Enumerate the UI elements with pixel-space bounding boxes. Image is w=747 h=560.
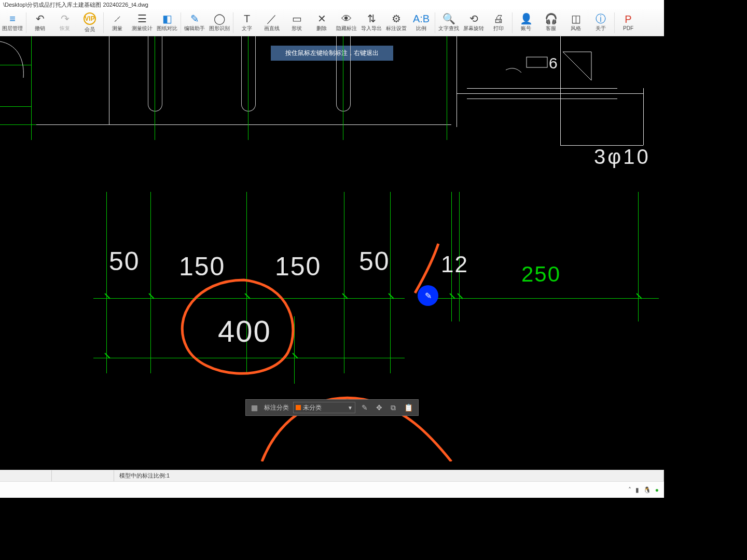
color-swatch <box>296 405 301 410</box>
tool-账号[interactable]: 👤账号 <box>514 10 538 36</box>
grid-vu4 <box>447 36 447 140</box>
grid-vu1 <box>155 36 155 140</box>
drawing-canvas[interactable]: 按住鼠标左键绘制标注，右键退出 50 150 150 50 <box>0 36 664 461</box>
file-path: \Desktop\分切成品打托入库土建基础图 20240226_t4.dwg <box>3 2 148 8</box>
detail-h3 <box>467 99 617 99</box>
detail-v3 <box>643 88 644 145</box>
tool-label: 关于 <box>596 25 606 32</box>
比例-icon: A:B <box>413 13 430 24</box>
打印-icon: 🖨 <box>493 13 504 24</box>
detail-v1 <box>457 36 457 127</box>
tool-删除[interactable]: ✕删除 <box>309 10 334 36</box>
dim-line-2 <box>431 298 659 299</box>
文字-icon: T <box>244 13 250 24</box>
tool-label: 形状 <box>292 25 302 32</box>
tool-撤销[interactable]: ↶撤销 <box>27 10 52 36</box>
tool-label: 编辑助手 <box>184 25 205 32</box>
dim-150a: 150 <box>179 251 225 282</box>
tool-label: 打印 <box>493 25 504 32</box>
grid-vu3 <box>343 36 343 140</box>
grid-v2 <box>150 192 151 373</box>
测量统计-icon: ☰ <box>137 13 147 24</box>
grid-h0c <box>0 124 36 125</box>
tool-label: 文字 <box>242 25 252 32</box>
tool-测量[interactable]: ⟋测量 <box>105 10 130 36</box>
tool-画直线[interactable]: ／画直线 <box>259 10 284 36</box>
标注设置-icon: ⚙ <box>392 13 401 24</box>
tool-文字[interactable]: T文字 <box>234 10 259 36</box>
画直线-icon: ／ <box>267 13 277 24</box>
slot-2 <box>241 36 256 111</box>
tool-label: 导入导出 <box>361 25 382 32</box>
tool-label: 会员 <box>85 26 95 33</box>
edit-icon[interactable]: ✎ <box>359 403 370 412</box>
chevron-down-icon: ▼ <box>348 405 353 411</box>
屏幕旋转-icon: ⟲ <box>469 13 478 24</box>
dim-12: 12 <box>441 251 468 277</box>
dim-line-400 <box>93 358 405 358</box>
测量-icon: ⟋ <box>112 13 122 24</box>
status-cell-1 <box>0 470 52 481</box>
tool-导入导出[interactable]: ⇅导入导出 <box>359 10 384 36</box>
tool-打印[interactable]: 🖨打印 <box>486 10 511 36</box>
freehand-annotation <box>0 36 664 461</box>
tool-图层管理[interactable]: ≡图层管理 <box>0 10 25 36</box>
tool-label: 测量 <box>112 25 122 32</box>
copy-icon[interactable]: ⧉ <box>389 403 398 412</box>
tool-风格[interactable]: ◫风格 <box>563 10 588 36</box>
dim-400: 400 <box>218 314 271 348</box>
tool-label: 客服 <box>546 25 556 32</box>
tool-测量统计[interactable]: ☰测量统计 <box>130 10 155 36</box>
tool-形状[interactable]: ▭形状 <box>284 10 309 36</box>
tray-wechat-icon[interactable]: ● <box>655 486 659 494</box>
annotation-toolbar: ▦ 标注分类 未分类 ▼ ✎ ✥ ⧉ 📋 <box>245 399 419 416</box>
tool-隐藏标注[interactable]: 👁隐藏标注 <box>334 10 359 36</box>
class-label: 标注分类 <box>264 403 289 412</box>
tool-编辑助手[interactable]: ✎编辑助手 <box>182 10 207 36</box>
grid-v5 <box>390 192 391 373</box>
detail-v2 <box>560 36 561 145</box>
tool-文字查找[interactable]: 🔍文字查找 <box>436 10 461 36</box>
tool-label: 账号 <box>521 25 531 32</box>
tool-客服[interactable]: 🎧客服 <box>538 10 563 36</box>
grid-v8 <box>638 192 639 321</box>
tool-label: 图层管理 <box>2 25 23 32</box>
grid-h0a <box>0 65 31 65</box>
tool-关于[interactable]: ⓘ关于 <box>588 10 613 36</box>
会员-icon: VIP <box>84 12 96 25</box>
title-bar: \Desktop\分切成品打托入库土建基础图 20240226_t4.dwg <box>0 0 664 9</box>
tray-up-icon[interactable]: ˄ <box>628 486 631 494</box>
客服-icon: 🎧 <box>545 13 558 24</box>
pencil-icon: ✎ <box>425 291 432 301</box>
tool-label: 测量统计 <box>132 25 153 32</box>
slot-1 <box>148 36 162 111</box>
风格-icon: ◫ <box>571 13 581 24</box>
删除-icon: ✕ <box>317 13 326 24</box>
tool-比例[interactable]: A:B比例 <box>409 10 434 36</box>
move-icon[interactable]: ✥ <box>374 403 384 412</box>
status-bar: 模型中的标注比例:1 <box>0 470 664 481</box>
detail-h2 <box>467 88 617 89</box>
dim-50a: 50 <box>109 246 140 276</box>
tool-label: 画直线 <box>264 25 280 32</box>
main-toolbar: ≡图层管理↶撤销↷恢复VIP会员⟋测量☰测量统计◧图纸对比✎编辑助手◯图形识别T… <box>0 9 664 36</box>
tool-会员[interactable]: VIP会员 <box>77 10 102 36</box>
beam-top <box>0 124 451 125</box>
tool-label: 隐藏标注 <box>336 25 357 32</box>
tool-PDF[interactable]: PPDF <box>616 10 641 36</box>
dim-6: 6 <box>549 54 559 72</box>
tool-恢复[interactable]: ↷恢复 <box>52 10 77 36</box>
tray-app-icon[interactable]: ▮ <box>635 486 639 494</box>
detail-h1 <box>457 93 643 94</box>
class-select[interactable]: 未分类 ▼ <box>293 402 355 413</box>
tool-图纸对比[interactable]: ◧图纸对比 <box>155 10 179 36</box>
编辑助手-icon: ✎ <box>190 13 199 24</box>
grid-icon[interactable]: ▦ <box>249 403 260 412</box>
dim-3phi10: 3φ10 <box>594 145 651 169</box>
tool-图形识别[interactable]: ◯图形识别 <box>207 10 232 36</box>
tray-qq-icon[interactable]: 🐧 <box>643 486 651 494</box>
导入导出-icon: ⇅ <box>367 13 376 24</box>
tool-标注设置[interactable]: ⚙标注设置 <box>384 10 409 36</box>
paste-icon[interactable]: 📋 <box>402 403 415 412</box>
tool-屏幕旋转[interactable]: ⟲屏幕旋转 <box>461 10 486 36</box>
